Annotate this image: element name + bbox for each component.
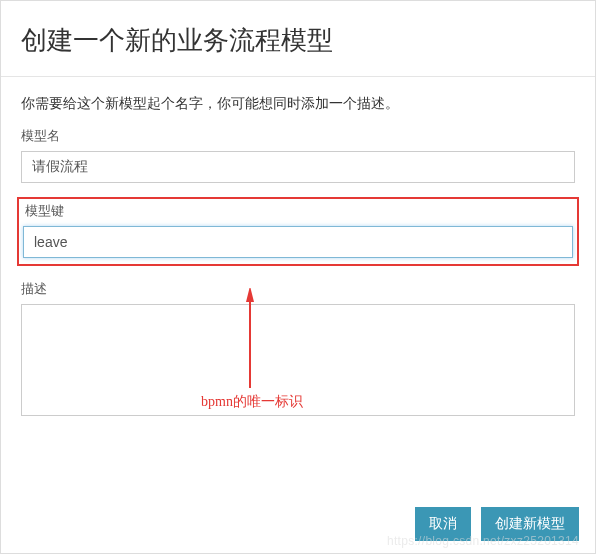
dialog-instruction: 你需要给这个新模型起个名字，你可能想同时添加一个描述。 [21, 95, 575, 113]
cancel-button[interactable]: 取消 [415, 507, 471, 541]
annotation-text: bpmn的唯一标识 [201, 393, 303, 411]
model-name-label: 模型名 [21, 127, 575, 145]
model-key-input[interactable] [23, 226, 573, 258]
dialog-body: 你需要给这个新模型起个名字，你可能想同时添加一个描述。 模型名 模型键 描述 [1, 77, 595, 444]
dialog-footer: 取消 创建新模型 [409, 507, 579, 541]
create-button[interactable]: 创建新模型 [481, 507, 579, 541]
dialog-title: 创建一个新的业务流程模型 [21, 23, 575, 58]
model-name-input[interactable] [21, 151, 575, 183]
dialog-header: 创建一个新的业务流程模型 [1, 1, 595, 77]
model-key-label: 模型键 [25, 202, 573, 220]
model-name-group: 模型名 [21, 127, 575, 183]
model-desc-label: 描述 [21, 280, 575, 298]
create-model-dialog: 创建一个新的业务流程模型 你需要给这个新模型起个名字，你可能想同时添加一个描述。… [0, 0, 596, 554]
model-key-group: 模型键 [17, 197, 579, 266]
